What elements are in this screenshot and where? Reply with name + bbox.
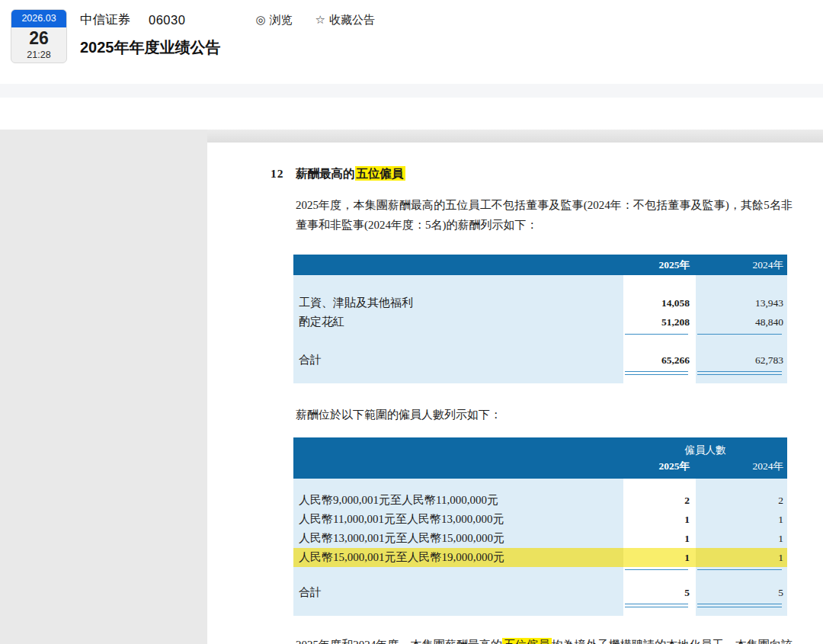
announcement-title: 2025年年度业绩公告 — [80, 37, 375, 58]
table2-col-2025: 2025年 — [623, 458, 692, 475]
total-row: 合計 65,266 62,783 — [293, 351, 787, 370]
browse-label: 浏览 — [269, 13, 292, 27]
cell-2025: 1 — [623, 548, 692, 567]
badge-time: 21:28 — [11, 49, 66, 61]
badge-month: 2026.03 — [11, 10, 66, 27]
cell-label: 人民幣15,000,001元至人民幣19,000,000元 — [293, 548, 623, 567]
top5-compensation-table: 2025年 2024年 工資、津貼及其他福利 14,058 13,943 酌定花… — [293, 255, 787, 383]
cell-2024: 48,840 — [696, 312, 787, 332]
cell-label: 工資、津貼及其他福利 — [293, 293, 623, 312]
announcement-header: 2026.03 26 21:28 中信证券 06030 ◎ 浏览 ☆ 收藏公告 … — [0, 0, 823, 84]
cell-label: 人民幣13,000,001元至人民幣15,000,000元 — [293, 529, 623, 548]
section-title-highlight: 五位僱員 — [355, 166, 405, 181]
headcount-table: 僱員人數 2025年 2024年 人民幣9,000,001元至人民幣11,000… — [293, 437, 787, 616]
cell-label: 合計 — [293, 351, 623, 370]
cell-label: 合計 — [293, 583, 623, 602]
paragraph-intro: 2025年度，本集團薪酬最高的五位員工不包括董事及監事(2024年：不包括董事及… — [296, 195, 793, 235]
cell-label: 人民幣9,000,001元至人民幣11,000,000元 — [293, 491, 623, 510]
cell-2024: 2 — [696, 491, 787, 510]
cell-2025: 51,208 — [623, 312, 692, 332]
pdf-toolbar-strip — [207, 130, 823, 143]
pdf-viewer: 12薪酬最高的五位僱員 2025年度，本集團薪酬最高的五位員工不包括董事及監事(… — [0, 130, 823, 644]
table1-col-2025: 2025年 — [623, 255, 692, 275]
table-row: 酌定花紅 51,208 48,840 — [293, 312, 787, 332]
cell-2025: 5 — [623, 583, 692, 602]
browse-button[interactable]: ◎ 浏览 — [255, 13, 292, 27]
section-number: 12 — [271, 167, 296, 181]
cell-label: 酌定花紅 — [293, 312, 623, 332]
paragraph-ranges-intro: 薪酬位於以下範圍的僱員人數列示如下： — [296, 405, 793, 425]
badge-day: 26 — [11, 28, 66, 49]
table-spacer-row — [293, 574, 787, 583]
total-rule-row — [293, 602, 787, 610]
total-rule-row — [293, 370, 787, 377]
cell-2024: 1 — [696, 529, 787, 548]
divider-band — [0, 84, 823, 98]
section-heading: 12薪酬最高的五位僱員 — [271, 166, 823, 182]
table-spacer-row — [293, 479, 787, 491]
conclusion-highlight: 五位僱員 — [502, 638, 551, 644]
cell-2025: 1 — [623, 529, 692, 548]
table-row-highlighted: 人民幣15,000,001元至人民幣19,000,000元 1 1 — [293, 548, 787, 567]
eye-icon: ◎ — [255, 13, 265, 27]
table-row: 人民幣11,000,001元至人民幣13,000,000元 1 1 — [293, 510, 787, 529]
stock-code: 06030 — [149, 13, 185, 27]
date-badge: 2026.03 26 21:28 — [11, 9, 67, 63]
table-spacer-row — [293, 377, 787, 383]
table1-col-2024: 2024年 — [696, 255, 787, 275]
conclusion-text-pre: 2025年度和2024年度，本集團薪酬最高的 — [296, 639, 502, 644]
table2-col-2024: 2024年 — [696, 458, 787, 475]
total-row: 合計 5 5 — [293, 583, 787, 602]
cell-2024: 1 — [696, 548, 787, 567]
table-spacer-row — [293, 610, 787, 616]
cell-2025: 1 — [623, 510, 692, 529]
cell-2024: 1 — [696, 510, 787, 529]
table2-header: 僱員人數 2025年 2024年 — [293, 437, 787, 479]
cell-2024: 5 — [696, 583, 787, 602]
section-title: 薪酬最高的 — [296, 167, 355, 180]
favorite-announcement-button[interactable]: ☆ 收藏公告 — [315, 13, 374, 27]
favorite-label: 收藏公告 — [329, 13, 375, 27]
cell-2025: 2 — [623, 491, 692, 510]
subtotal-rule-row — [293, 567, 787, 574]
table-spacer-row — [293, 275, 787, 293]
cell-2025: 14,058 — [623, 293, 692, 312]
table1-header-row: 2025年 2024年 — [293, 255, 787, 275]
pdf-sidebar-pane[interactable] — [0, 130, 207, 644]
cell-label: 人民幣11,000,001元至人民幣13,000,000元 — [293, 510, 623, 529]
pdf-document-area: 12薪酬最高的五位僱員 2025年度，本集團薪酬最高的五位員工不包括董事及監事(… — [207, 130, 823, 644]
header-spacer — [0, 98, 823, 130]
pdf-page: 12薪酬最高的五位僱員 2025年度，本集團薪酬最高的五位員工不包括董事及監事(… — [207, 143, 823, 644]
paragraph-conclusion: 2025年度和2024年度，本集團薪酬最高的五位僱員均為境外子機構聘請的本地化員… — [296, 635, 793, 644]
table-row: 人民幣9,000,001元至人民幣11,000,000元 2 2 — [293, 491, 787, 510]
cell-2024: 62,783 — [696, 351, 787, 370]
subtotal-rule-row — [293, 332, 787, 338]
table-row: 工資、津貼及其他福利 14,058 13,943 — [293, 293, 787, 312]
company-name: 中信证券 — [80, 11, 130, 28]
table-spacer-row — [293, 338, 787, 351]
table-row: 人民幣13,000,001元至人民幣15,000,000元 1 1 — [293, 529, 787, 548]
star-icon: ☆ — [315, 13, 325, 27]
cell-2025: 65,266 — [623, 351, 692, 370]
table2-group-header: 僱員人數 — [623, 442, 787, 458]
cell-2024: 13,943 — [696, 293, 787, 312]
